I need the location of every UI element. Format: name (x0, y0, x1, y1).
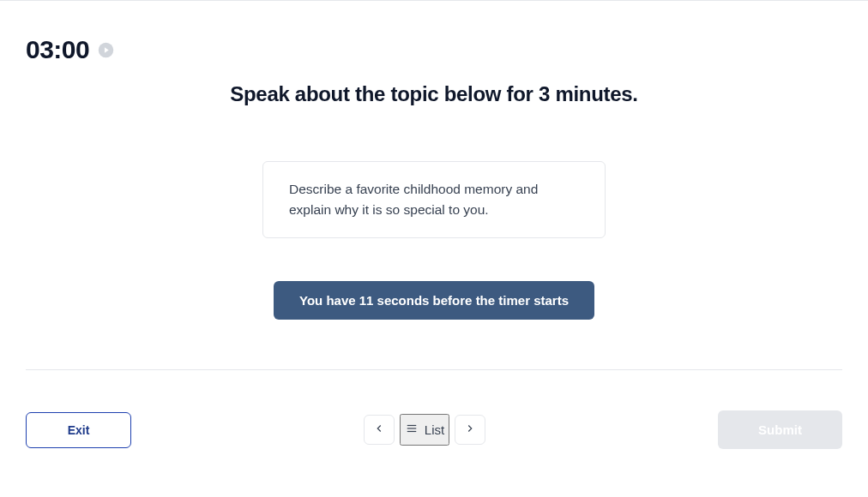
timer-display: 03:00 (26, 35, 89, 64)
countdown-banner: You have 11 seconds before the timer sta… (274, 281, 594, 320)
prompt-text: Describe a favorite childhood memory and… (289, 179, 579, 220)
list-label: List (425, 422, 444, 437)
submit-button[interactable]: Submit (718, 410, 842, 449)
footer: Exit List Submit (0, 410, 868, 449)
prompt-box: Describe a favorite childhood memory and… (262, 161, 606, 238)
timer-row: 03:00 (26, 35, 114, 64)
chevron-left-icon (373, 422, 385, 437)
chevron-right-icon (464, 422, 476, 437)
nav-group: List (364, 414, 485, 446)
exit-button[interactable]: Exit (26, 412, 131, 448)
list-button[interactable]: List (400, 414, 449, 446)
menu-icon (405, 422, 419, 437)
divider (26, 369, 842, 370)
next-button[interactable] (455, 415, 485, 445)
prev-button[interactable] (364, 415, 395, 445)
play-icon[interactable] (98, 42, 114, 58)
page-title: Speak about the topic below for 3 minute… (0, 82, 868, 106)
